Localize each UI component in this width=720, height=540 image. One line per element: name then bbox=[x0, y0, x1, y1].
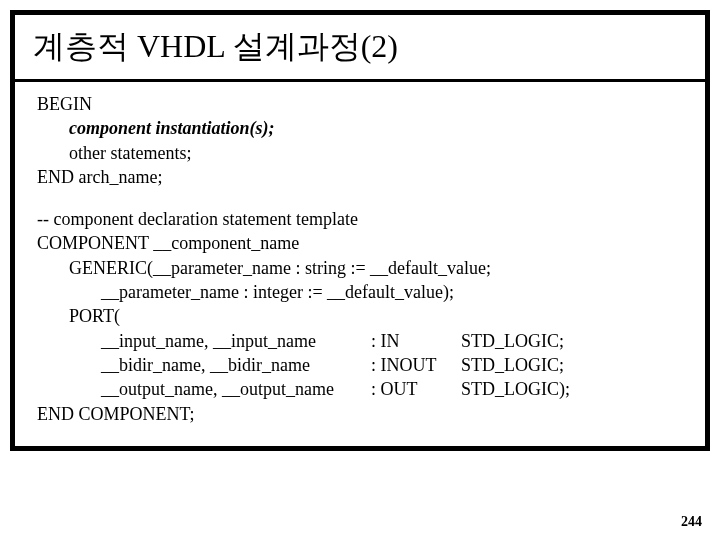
code-line-end-arch: END arch_name; bbox=[37, 165, 683, 189]
port-bidir-dir: : INOUT bbox=[371, 353, 461, 377]
code-line-begin: BEGIN bbox=[37, 92, 683, 116]
port-bidir-names: __bidir_name, __bidir_name bbox=[101, 353, 371, 377]
code-port-output: __output_name, __output_name : OUT STD_L… bbox=[37, 377, 683, 401]
slide-body: BEGIN component instantiation(s); other … bbox=[15, 82, 705, 446]
port-output-type: STD_LOGIC); bbox=[461, 377, 570, 401]
slide-title: 계층적 VHDL 설계과정(2) bbox=[33, 25, 687, 69]
port-input-dir: : IN bbox=[371, 329, 461, 353]
code-line-other: other statements; bbox=[37, 141, 683, 165]
code-line-instantiation: component instantiation(s); bbox=[37, 116, 683, 140]
code-port-input: __input_name, __input_name : IN STD_LOGI… bbox=[37, 329, 683, 353]
title-bar: 계층적 VHDL 설계과정(2) bbox=[15, 15, 705, 82]
code-component: COMPONENT __component_name bbox=[37, 231, 683, 255]
page-number: 244 bbox=[681, 514, 702, 530]
port-bidir-type: STD_LOGIC; bbox=[461, 353, 564, 377]
port-output-names: __output_name, __output_name bbox=[101, 377, 371, 401]
code-port-bidir: __bidir_name, __bidir_name : INOUT STD_L… bbox=[37, 353, 683, 377]
port-input-type: STD_LOGIC; bbox=[461, 329, 564, 353]
port-output-dir: : OUT bbox=[371, 377, 461, 401]
code-generic-1: GENERIC(__parameter_name : string := __d… bbox=[37, 256, 683, 280]
code-comment: -- component declaration statement templ… bbox=[37, 207, 683, 231]
slide-frame: 계층적 VHDL 설계과정(2) BEGIN component instant… bbox=[10, 10, 710, 451]
spacer bbox=[37, 189, 683, 207]
code-generic-2: __parameter_name : integer := __default_… bbox=[37, 280, 683, 304]
code-end-component: END COMPONENT; bbox=[37, 402, 683, 426]
code-port-open: PORT( bbox=[37, 304, 683, 328]
port-input-names: __input_name, __input_name bbox=[101, 329, 371, 353]
